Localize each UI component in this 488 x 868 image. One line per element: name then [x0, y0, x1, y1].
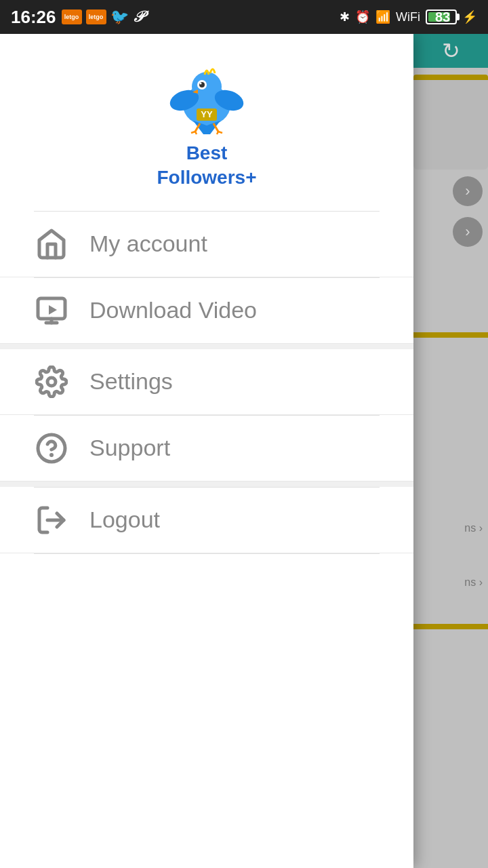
- svg-line-14: [217, 132, 218, 134]
- wifi-icon: WiFi: [396, 10, 420, 24]
- p-icon: 𝒫: [133, 8, 144, 26]
- twitter-icon: 🐦: [110, 8, 129, 26]
- svg-marker-18: [49, 305, 57, 315]
- svg-line-12: [195, 132, 197, 134]
- video-download-icon: [34, 293, 69, 328]
- my-account-label: My account: [89, 231, 207, 257]
- section-divider-1: [0, 344, 413, 349]
- letgo-icon-1: letgo: [62, 9, 82, 24]
- app-logo: YY: [163, 61, 251, 136]
- svg-point-21: [47, 378, 56, 386]
- download-video-label: Download Video: [89, 297, 257, 323]
- svg-point-7: [200, 83, 202, 85]
- divider-bottom: [34, 553, 380, 554]
- home-icon: [34, 226, 69, 262]
- signal-icon: 📶: [375, 9, 390, 24]
- svg-line-13: [218, 132, 222, 133]
- svg-text:YY: YY: [201, 109, 213, 119]
- logo-area: YY Best Followers+: [0, 34, 413, 211]
- support-icon: [34, 431, 69, 466]
- settings-label: Settings: [89, 368, 173, 395]
- navigation-drawer: YY Best Followers+ My account Download V…: [0, 34, 413, 868]
- logout-icon: [34, 502, 69, 538]
- status-left: 16:26 letgo letgo 🐦 𝒫: [11, 7, 144, 28]
- drawer-overlay[interactable]: [413, 34, 488, 868]
- letgo-icon-2: letgo: [86, 9, 106, 24]
- battery-indicator: 83: [426, 9, 457, 24]
- status-right: ✱ ⏰ 📶 WiFi 83 ⚡: [340, 9, 477, 24]
- settings-icon: [34, 364, 69, 399]
- menu-item-download-video[interactable]: Download Video: [0, 278, 413, 344]
- battery-text: 83: [428, 9, 457, 25]
- app-icons: letgo letgo 🐦 𝒫: [62, 8, 144, 26]
- logout-label: Logout: [89, 507, 160, 533]
- status-bar: 16:26 letgo letgo 🐦 𝒫 ✱ ⏰ 📶 WiFi 83 ⚡: [0, 0, 488, 34]
- menu-item-support[interactable]: Support: [0, 416, 413, 481]
- svg-line-11: [191, 132, 195, 133]
- charging-icon: ⚡: [462, 9, 477, 24]
- bluetooth-icon: ✱: [340, 9, 350, 24]
- menu-item-logout[interactable]: Logout: [0, 488, 413, 553]
- app-name: Best Followers+: [157, 141, 256, 191]
- section-divider-2: [0, 481, 413, 487]
- menu-item-my-account[interactable]: My account: [0, 212, 413, 277]
- status-time: 16:26: [11, 7, 56, 28]
- support-label: Support: [89, 435, 170, 461]
- menu-item-settings[interactable]: Settings: [0, 349, 413, 415]
- alarm-icon: ⏰: [355, 9, 370, 24]
